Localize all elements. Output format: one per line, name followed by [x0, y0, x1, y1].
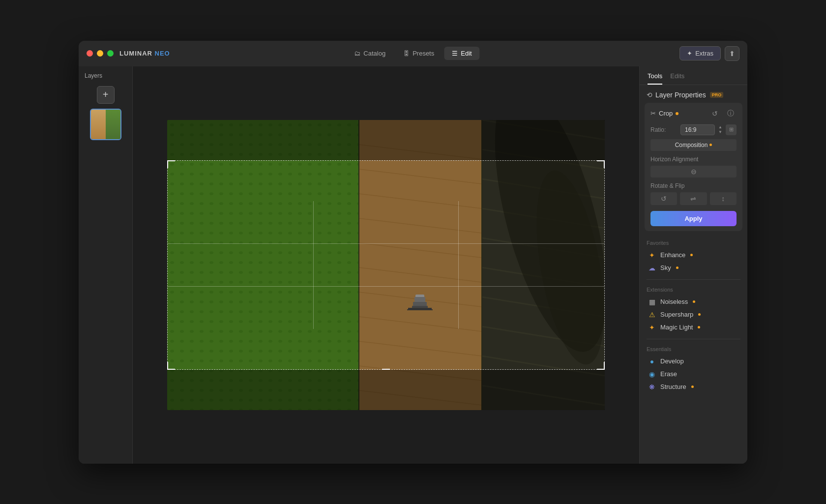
- nav-presets[interactable]: 🎛 Presets: [395, 47, 442, 60]
- right-panel: Tools Edits ⟲ Layer Properties PRO ✂ Cro…: [639, 66, 747, 464]
- layer-properties-icon: ⟲: [647, 91, 652, 99]
- tool-item-develop[interactable]: ● Develop: [647, 355, 740, 368]
- extras-icon: ✦: [687, 50, 692, 57]
- presets-label: Presets: [413, 50, 434, 57]
- develop-label: Develop: [660, 357, 684, 365]
- thumb-left: [91, 110, 106, 139]
- edit-label: Edit: [461, 50, 472, 57]
- horizon-label: Horizon Alignment: [650, 156, 737, 163]
- grid-line-v2: [458, 201, 459, 329]
- tool-item-magic-light[interactable]: ✦ Magic Light: [647, 321, 740, 334]
- crop-section: ✂ Crop ↺ ⓘ Ratio: ▲: [645, 103, 742, 231]
- flip-h-icon: ⇌: [690, 195, 696, 203]
- crop-grid: [168, 201, 604, 329]
- rotate-flip-controls: ↺ ⇌ ↕: [650, 192, 737, 205]
- supersharp-icon: ⚠: [648, 311, 656, 319]
- grid-line-h2: [168, 286, 604, 287]
- title-actions: ✦ Extras ⬆: [679, 46, 739, 61]
- extras-button[interactable]: ✦ Extras: [679, 46, 721, 60]
- crop-ai-indicator: [676, 112, 678, 115]
- app-name-accent: NEO: [155, 50, 170, 57]
- crop-title-group: ✂ Crop: [650, 110, 678, 117]
- tab-edits[interactable]: Edits: [670, 72, 684, 85]
- ratio-row: Ratio: ▲ ▼ ⊞: [650, 124, 737, 135]
- composition-button[interactable]: Composition: [650, 139, 737, 151]
- structure-label: Structure: [660, 383, 686, 390]
- ratio-label: Ratio:: [650, 126, 666, 133]
- magic-light-icon: ✦: [648, 324, 656, 331]
- ratio-stepper-up[interactable]: ▲: [717, 125, 724, 130]
- horizon-control[interactable]: ⊖: [650, 166, 737, 178]
- photo-container: [167, 120, 605, 410]
- catalog-label: Catalog: [363, 50, 385, 57]
- pro-badge: PRO: [710, 92, 724, 98]
- apply-button[interactable]: Apply: [650, 211, 737, 226]
- minimize-button[interactable]: [97, 50, 103, 57]
- crop-dark-top: [167, 120, 605, 160]
- tool-item-structure[interactable]: ❋ Structure: [647, 381, 740, 393]
- traffic-lights: [87, 50, 114, 57]
- erase-label: Erase: [660, 370, 677, 378]
- tool-item-sky[interactable]: ☁ Sky: [647, 262, 740, 274]
- flip-h-button[interactable]: ⇌: [680, 192, 707, 205]
- crop-dark-bottom: [167, 370, 605, 410]
- essentials-section: Essentials ● Develop ◉ Erase ❋ Structure: [640, 342, 747, 395]
- maximize-button[interactable]: [107, 50, 114, 57]
- crop-handle-bottom-left[interactable]: [167, 362, 175, 370]
- crop-info-button[interactable]: ⓘ: [725, 108, 737, 119]
- close-button[interactable]: [87, 50, 93, 57]
- app-logo: LUMINAR NEO: [119, 50, 170, 57]
- noiseless-icon: ▦: [648, 298, 656, 306]
- tool-item-enhance[interactable]: ✦ Enhance: [647, 249, 740, 262]
- layers-panel: Layers +: [79, 66, 133, 464]
- grid-line-h1: [168, 243, 604, 244]
- aspect-lock-button[interactable]: ⊞: [726, 124, 737, 135]
- grid-line-v1: [313, 201, 314, 329]
- crop-border: [167, 160, 605, 370]
- layer-thumbnail[interactable]: [90, 109, 121, 140]
- extras-label: Extras: [695, 50, 713, 57]
- crop-icon: ✂: [650, 110, 656, 117]
- develop-icon: ●: [648, 357, 656, 365]
- tool-item-erase[interactable]: ◉ Erase: [647, 368, 740, 381]
- structure-icon: ❋: [648, 383, 656, 391]
- crop-reset-button[interactable]: ↺: [709, 108, 721, 119]
- ratio-input-group: ▲ ▼ ⊞: [680, 124, 737, 135]
- nav-catalog[interactable]: 🗂 Catalog: [346, 47, 393, 60]
- catalog-icon: 🗂: [354, 50, 360, 57]
- horizon-icon: ⊖: [691, 168, 697, 176]
- supersharp-ai-dot: [698, 313, 701, 316]
- layer-properties-title: Layer Properties: [655, 91, 706, 99]
- crop-header: ✂ Crop ↺ ⓘ: [650, 108, 737, 119]
- flip-v-button[interactable]: ↕: [710, 192, 737, 205]
- crop-handle-top-right[interactable]: [597, 160, 605, 168]
- tool-item-supersharp[interactable]: ⚠ Supersharp: [647, 308, 740, 321]
- ratio-stepper-down[interactable]: ▼: [717, 130, 724, 135]
- nav-edit[interactable]: ☰ Edit: [444, 47, 479, 60]
- share-button[interactable]: ⬆: [725, 46, 739, 61]
- canvas-area[interactable]: [133, 66, 639, 464]
- tab-tools[interactable]: Tools: [648, 72, 662, 85]
- crop-handle-bottom-mid[interactable]: [382, 369, 390, 370]
- sky-icon: ☁: [648, 264, 656, 272]
- composition-ai-dot: [709, 144, 712, 146]
- composition-label: Composition: [675, 142, 708, 148]
- rotate-flip-label: Rotate & Flip: [650, 182, 737, 189]
- title-nav: 🗂 Catalog 🎛 Presets ☰ Edit: [346, 47, 479, 60]
- extensions-section: Extensions ▦ Noiseless ⚠ Supersharp ✦ Ma…: [640, 283, 747, 336]
- crop-handle-bottom-right[interactable]: [597, 362, 605, 370]
- supersharp-label: Supersharp: [660, 311, 693, 318]
- add-layer-button[interactable]: +: [97, 86, 115, 104]
- crop-header-actions: ↺ ⓘ: [709, 108, 737, 119]
- structure-ai-dot: [691, 385, 694, 388]
- favorites-title: Favorites: [647, 240, 740, 246]
- rotate-ccw-button[interactable]: ↺: [650, 192, 677, 205]
- layer-properties-header: ⟲ Layer Properties PRO: [640, 85, 747, 103]
- tool-item-noiseless[interactable]: ▦ Noiseless: [647, 296, 740, 308]
- erase-icon: ◉: [648, 370, 656, 378]
- app-window: LUMINAR NEO 🗂 Catalog 🎛 Presets ☰ Edit ✦…: [79, 41, 747, 464]
- panel-tabs: Tools Edits: [640, 66, 747, 85]
- crop-handle-top-left[interactable]: [167, 160, 175, 168]
- layer-thumb-image: [91, 110, 120, 139]
- ratio-input[interactable]: [680, 124, 715, 135]
